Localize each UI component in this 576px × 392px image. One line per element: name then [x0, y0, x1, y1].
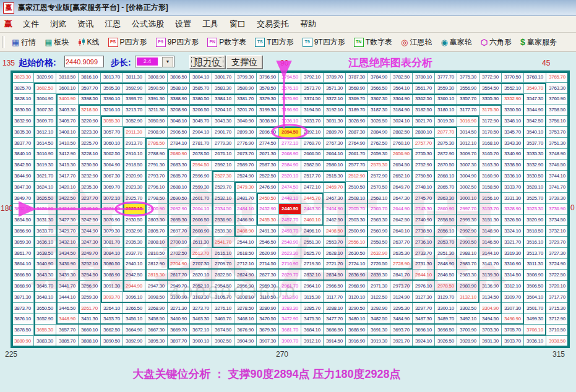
gann-cell[interactable]: 3240.10: [79, 204, 101, 215]
gann-cell[interactable]: 3652.90: [34, 314, 56, 325]
gann-cell[interactable]: 2467.30: [324, 193, 346, 204]
gann-cell[interactable]: 3499.30: [524, 314, 546, 325]
gann-cell[interactable]: 3770.50: [502, 72, 524, 83]
gann-cell[interactable]: 3036.10: [279, 116, 301, 127]
gann-cell[interactable]: 2800.90: [145, 204, 168, 215]
gann-cell[interactable]: 2707.30: [190, 259, 212, 270]
gann-cell[interactable]: 3060.10: [101, 138, 123, 149]
gann-cell[interactable]: 2445.70: [301, 193, 324, 204]
gann-cell[interactable]: 3261.70: [79, 303, 101, 314]
gann-cell[interactable]: 2484.10: [234, 204, 257, 215]
gann-cell[interactable]: 2906.50: [168, 127, 190, 138]
gann-cell[interactable]: 3307.30: [502, 303, 524, 314]
gann-cell[interactable]: 3748.90: [546, 149, 569, 160]
gann-cell[interactable]: 3700.90: [457, 325, 479, 336]
gann-cell[interactable]: 3621.70: [34, 171, 56, 182]
gann-cell[interactable]: 2834.50: [324, 270, 346, 281]
gann-cell[interactable]: 2964.10: [301, 281, 324, 292]
gann-cell[interactable]: 3278.50: [234, 303, 257, 314]
gann-cell[interactable]: 2594.50: [190, 160, 212, 171]
gann-cell[interactable]: 2685.70: [168, 171, 190, 182]
gann-cell[interactable]: 3847.30: [12, 182, 34, 193]
gann-cell[interactable]: 3304.90: [479, 303, 502, 314]
gann-cell[interactable]: 2448.10: [279, 193, 301, 204]
gann-cell[interactable]: 3086.50: [101, 259, 123, 270]
gann-cell[interactable]: 2649.70: [390, 182, 413, 193]
gann-cell[interactable]: 3686.50: [324, 325, 346, 336]
gann-cell[interactable]: 3936.10: [524, 336, 546, 347]
gann-cell[interactable]: 3549.70: [524, 83, 546, 94]
gann-cell[interactable]: 2599.30: [190, 182, 212, 193]
gann-cell[interactable]: 3084.10: [101, 248, 123, 259]
gann-cell[interactable]: 2623.30: [279, 248, 301, 259]
gann-cell[interactable]: 3028.90: [346, 116, 368, 127]
gann-cell[interactable]: 3796.90: [257, 72, 279, 83]
gann-cell[interactable]: 3482.50: [368, 314, 390, 325]
gann-cell[interactable]: 3348.10: [502, 116, 524, 127]
gann-cell[interactable]: 3175.30: [479, 104, 502, 116]
gann-cell[interactable]: 2534.50: [212, 204, 234, 215]
gann-cell[interactable]: 2572.90: [368, 171, 390, 182]
gann-cell[interactable]: 2928.10: [123, 204, 145, 215]
gann-cell[interactable]: 3105.70: [212, 292, 234, 303]
gann-cell[interactable]: 2659.30: [368, 149, 390, 160]
gann-cell[interactable]: 3326.50: [502, 215, 524, 226]
gann-cell[interactable]: 2731.30: [413, 259, 435, 270]
gann-cell[interactable]: 2491.30: [257, 226, 279, 237]
gann-cell[interactable]: 3350.50: [502, 104, 524, 116]
gann-cell[interactable]: 2556.10: [346, 237, 368, 248]
gann-cell[interactable]: 3072.10: [101, 193, 123, 204]
gann-cell[interactable]: 3832.90: [12, 116, 34, 127]
gann-cell[interactable]: 3093.70: [101, 292, 123, 303]
gann-cell[interactable]: 2973.70: [390, 281, 413, 292]
gann-cell[interactable]: 3141.70: [479, 259, 502, 270]
gann-cell[interactable]: 2887.30: [346, 127, 368, 138]
gann-cell[interactable]: 2916.10: [123, 149, 145, 160]
gann-cell[interactable]: 3218.50: [79, 104, 101, 116]
gann-cell[interactable]: 2803.30: [145, 215, 168, 226]
gann-cell[interactable]: 3273.70: [190, 303, 212, 314]
gann-cell[interactable]: 3736.90: [546, 204, 569, 215]
gann-cell[interactable]: 3504.10: [524, 292, 546, 303]
gann-cell[interactable]: 3871.30: [12, 292, 34, 303]
gann-cell[interactable]: 3638.50: [34, 248, 56, 259]
gann-cell[interactable]: 2784.10: [168, 138, 190, 149]
gann-cell[interactable]: 3782.50: [390, 72, 413, 83]
toolbar-p-square[interactable]: PS P四方形: [104, 37, 152, 48]
gann-cell[interactable]: 2472.10: [301, 182, 324, 193]
gann-cell[interactable]: 2558.50: [368, 237, 390, 248]
gann-cell[interactable]: 2726.50: [368, 259, 390, 270]
gann-cell[interactable]: 3880.90: [12, 336, 34, 347]
gann-cell[interactable]: 2942.50: [123, 270, 145, 281]
gann-cell[interactable]: 3511.30: [524, 259, 546, 270]
gann-cell[interactable]: 3340.90: [502, 149, 524, 160]
gann-cell[interactable]: 3206.50: [190, 104, 212, 116]
gann-cell[interactable]: 3134.50: [479, 292, 502, 303]
gann-cell[interactable]: 2779.30: [212, 138, 234, 149]
gann-cell[interactable]: 2856.10: [435, 226, 457, 237]
gann-cell[interactable]: 2493.70: [279, 226, 301, 237]
gann-cell[interactable]: 3393.70: [123, 94, 145, 105]
gann-cell[interactable]: 2618.50: [234, 248, 257, 259]
gann-cell[interactable]: 3535.30: [524, 149, 546, 160]
gann-cell[interactable]: 3345.70: [502, 127, 524, 138]
gann-cell[interactable]: 3873.70: [12, 303, 34, 314]
gann-cell[interactable]: 3208.90: [168, 104, 190, 116]
gann-cell[interactable]: 2596.90: [190, 171, 212, 182]
gann-cell[interactable]: 2515.30: [324, 171, 346, 182]
gann-cell[interactable]: 3396.10: [101, 94, 123, 105]
gann-cell[interactable]: 3252.10: [79, 259, 101, 270]
gann-cell[interactable]: 3633.70: [34, 226, 56, 237]
gann-cell[interactable]: 2868.10: [435, 171, 457, 182]
gann-cell[interactable]: 3427.30: [56, 215, 79, 226]
gann-cell[interactable]: 3794.50: [279, 72, 301, 83]
gann-cell[interactable]: 2983.30: [457, 270, 479, 281]
gann-cell[interactable]: 3338.50: [502, 160, 524, 171]
gann-cell[interactable]: 3727.30: [546, 248, 569, 259]
gann-cell[interactable]: 3928.90: [457, 336, 479, 347]
gann-cell[interactable]: 2781.70: [190, 138, 212, 149]
gann-cell[interactable]: 2894.50: [279, 127, 301, 138]
gann-cell[interactable]: 3434.50: [56, 248, 79, 259]
gann-cell[interactable]: 3628.90: [34, 204, 56, 215]
gann-cell[interactable]: 2522.50: [257, 171, 279, 182]
